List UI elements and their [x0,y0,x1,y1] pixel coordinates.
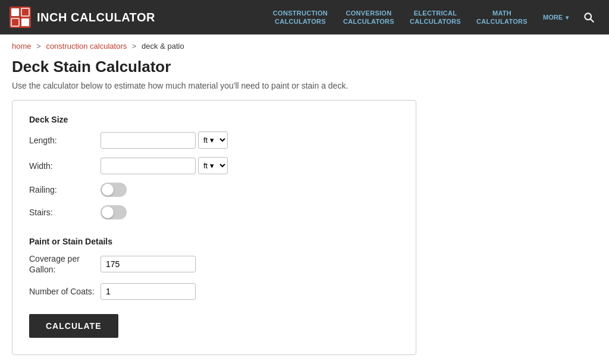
railing-toggle-thumb [102,184,114,196]
nav-conversion[interactable]: CONVERSION CALCULATORS [337,5,400,30]
railing-row: Railing: [29,183,399,197]
coverage-input[interactable] [101,256,196,272]
more-menu-button[interactable]: MORE ▾ [537,10,575,24]
nav-electrical[interactable]: ELECTRICAL CALCULATORS [404,5,467,30]
svg-rect-2 [21,8,29,16]
nav-construction[interactable]: CONSTRUCTION CALCULATORS [267,5,334,30]
width-input[interactable] [101,158,196,174]
length-unit-select[interactable]: ft ▾ in m cm [198,131,228,149]
stairs-row: Stairs: [29,205,399,219]
width-label: Width: [29,161,101,171]
breadcrumb-current: deck & patio [142,42,184,51]
stairs-toggle-track[interactable] [101,205,127,219]
deck-size-label: Deck Size [29,115,399,124]
logo-icon [10,7,31,28]
page-content: Deck Stain Calculator Use the calculator… [0,55,464,364]
coverage-row: Coverage per Gallon: [29,253,399,275]
width-unit-wrap: ft ▾ in m cm [198,157,228,174]
length-input[interactable] [101,132,196,149]
svg-rect-3 [11,18,19,26]
breadcrumb: home > construction calculators > deck &… [0,34,609,55]
chevron-down-icon: ▾ [566,14,569,21]
search-button[interactable] [578,8,599,27]
nav-math[interactable]: MATH CALCULATORS [470,5,533,30]
stairs-label: Stairs: [29,208,101,217]
coats-label: Number of Coats: [29,287,101,296]
svg-line-6 [591,19,594,22]
stairs-toggle-thumb [102,206,114,218]
breadcrumb-sep-1: > [36,42,41,51]
coverage-label: Coverage per Gallon: [29,253,101,275]
svg-rect-4 [21,18,29,26]
coats-input[interactable] [101,283,196,300]
railing-toggle[interactable] [101,183,127,197]
calculate-button[interactable]: CALCULATE [29,314,118,338]
logo[interactable]: INCH CALCULATOR [10,7,155,28]
railing-label: Railing: [29,185,101,194]
length-unit-wrap: ft ▾ in m cm [198,131,228,149]
search-icon [583,11,595,23]
logo-text: INCH CALCULATOR [37,11,155,24]
breadcrumb-home[interactable]: home [12,42,32,51]
width-unit-select[interactable]: ft ▾ in m cm [198,157,228,174]
section-divider [29,228,399,228]
width-row: Width: ft ▾ in m cm [29,157,399,174]
breadcrumb-construction[interactable]: construction calculators [46,42,127,51]
svg-point-5 [585,13,591,20]
svg-rect-1 [11,8,19,16]
length-row: Length: ft ▾ in m cm [29,131,399,149]
stairs-toggle[interactable] [101,205,127,219]
page-description: Use the calculator below to estimate how… [12,81,452,90]
length-label: Length: [29,136,101,145]
page-title: Deck Stain Calculator [12,58,452,76]
calculator-box: Deck Size Length: ft ▾ in m cm Width: ft… [12,100,416,355]
main-nav: CONSTRUCTION CALCULATORS CONVERSION CALC… [267,5,599,30]
coats-row: Number of Coats: [29,283,399,300]
paint-section-label: Paint or Stain Details [29,237,399,246]
railing-toggle-track[interactable] [101,183,127,197]
breadcrumb-sep-2: > [132,42,137,51]
